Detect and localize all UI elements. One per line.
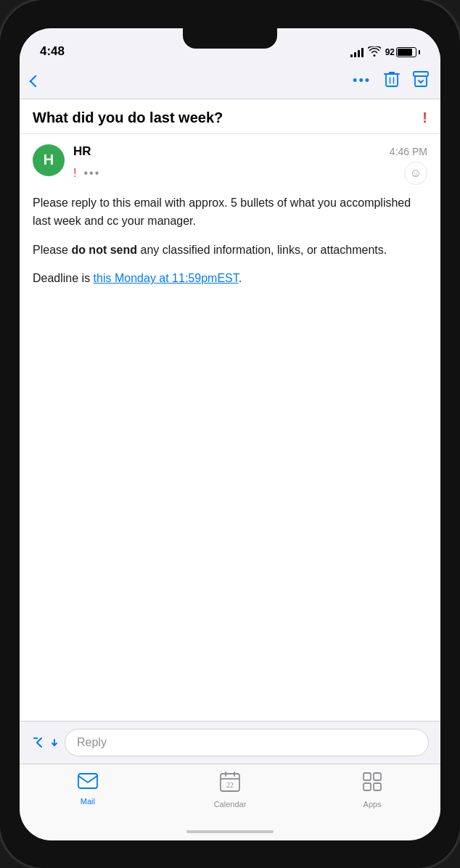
body-p3-prefix: Deadline is: [33, 272, 94, 284]
tab-mail-label: Mail: [81, 797, 95, 806]
tab-calendar-label: Calendar: [214, 800, 247, 809]
svg-rect-3: [78, 774, 97, 788]
reply-arrows[interactable]: [31, 736, 59, 749]
tab-mail[interactable]: Mail: [78, 772, 98, 806]
svg-rect-9: [374, 783, 381, 790]
tab-apps[interactable]: Apps: [362, 772, 382, 809]
flag-icon[interactable]: !: [73, 167, 76, 180]
tab-calendar[interactable]: 22 Calendar: [214, 772, 247, 809]
home-bar: [186, 830, 274, 833]
apps-icon: [362, 772, 382, 797]
reply-input[interactable]: Reply: [65, 729, 429, 756]
deadline-link[interactable]: this Monday at 11:59pmEST: [94, 272, 239, 284]
email-body: Please reply to this email with approx. …: [20, 191, 440, 311]
notch: [183, 28, 277, 49]
wifi-icon: [368, 46, 381, 59]
calendar-icon: 22: [220, 772, 240, 797]
body-paragraph-3: Deadline is this Monday at 11:59pmEST.: [33, 269, 427, 288]
email-more-button[interactable]: •••: [83, 167, 100, 180]
sender-avatar: H: [33, 144, 65, 176]
emoji-react-button[interactable]: ☺: [404, 162, 427, 185]
body-paragraph-1: Please reply to this email with approx. …: [33, 194, 427, 231]
status-time: 4:48: [40, 44, 65, 59]
email-content: What did you do last week? ! H HR 4:46 P…: [20, 99, 440, 721]
phone-frame: 4:48 92: [0, 0, 460, 868]
sender-info: HR 4:46 PM ! ••• ☺: [73, 144, 427, 185]
svg-rect-0: [386, 74, 398, 86]
back-button[interactable]: [31, 68, 46, 93]
email-header: H HR 4:46 PM ! ••• ☺: [20, 134, 440, 191]
email-subject: What did you do last week?: [33, 109, 415, 126]
tab-bar: Mail 22 Calendar: [20, 764, 440, 823]
battery-level: 92: [385, 47, 395, 57]
battery-icon: 92: [385, 47, 420, 57]
body-p3-suffix: .: [239, 272, 242, 284]
body-p2-bold: do not send: [71, 244, 137, 256]
svg-rect-8: [364, 783, 371, 790]
phone-screen: 4:48 92: [20, 28, 440, 840]
reply-area: Reply: [20, 721, 440, 764]
status-icons: 92: [350, 46, 420, 59]
home-indicator: [20, 823, 440, 840]
svg-rect-2: [415, 76, 427, 86]
mail-icon: [78, 772, 98, 794]
more-options-button[interactable]: •••: [353, 73, 371, 88]
body-p2-prefix: Please: [33, 244, 71, 256]
body-paragraph-2: Please do not send any classified inform…: [33, 241, 427, 260]
subject-flag: !: [422, 109, 427, 126]
svg-rect-6: [364, 773, 371, 780]
email-subject-row: What did you do last week? !: [20, 99, 440, 134]
signal-icon: [350, 47, 364, 57]
tab-apps-label: Apps: [364, 800, 382, 809]
svg-rect-7: [374, 773, 381, 780]
nav-actions: •••: [353, 70, 429, 91]
sender-name: HR: [73, 144, 91, 159]
email-time: 4:46 PM: [390, 146, 427, 157]
svg-text:22: 22: [226, 781, 234, 789]
body-p2-suffix: any classified information, links, or at…: [137, 244, 387, 256]
nav-bar: •••: [20, 63, 440, 99]
svg-rect-1: [414, 72, 428, 76]
trash-button[interactable]: [384, 70, 400, 91]
archive-button[interactable]: [413, 71, 429, 91]
